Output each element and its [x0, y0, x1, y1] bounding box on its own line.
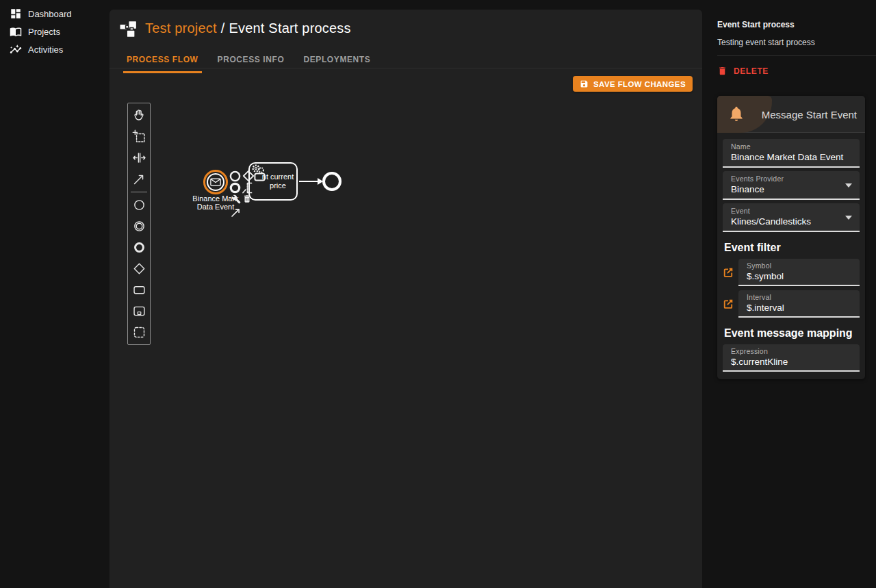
- symbol-field[interactable]: Symbol $.symbol: [738, 259, 860, 286]
- event-select[interactable]: Event Klines/Candlesticks: [723, 203, 860, 232]
- context-pad-connect-arrow[interactable]: [230, 206, 242, 218]
- task-icon: [132, 283, 146, 297]
- events-provider-label: Events Provider: [731, 175, 851, 183]
- expression-field-value: $.currentKline: [731, 357, 851, 367]
- breadcrumb-separator: /: [221, 21, 225, 36]
- chevron-down-icon: [845, 183, 852, 188]
- palette-global-connect-tool[interactable]: [128, 168, 150, 190]
- name-field-label: Name: [731, 142, 851, 151]
- end-event-icon: [132, 240, 146, 255]
- trash-icon: [717, 66, 727, 76]
- sidebar-item-dashboard[interactable]: Dashboard: [0, 5, 110, 23]
- context-pad-append-text-annotation[interactable]: [242, 181, 253, 194]
- interval-field-label: Interval: [747, 293, 851, 301]
- edit-expression-icon[interactable]: [723, 298, 734, 309]
- events-provider-select[interactable]: Events Provider Binance: [723, 171, 860, 200]
- sidebar: Dashboard Projects Activities: [0, 0, 110, 588]
- dashboard-icon: [10, 8, 22, 20]
- tab-bar: PROCESS FLOW PROCESS INFO DEPLOYMENTS: [123, 51, 374, 73]
- tab-deployments[interactable]: DEPLOYMENTS: [300, 51, 374, 73]
- properties-card-body: Name Binance Market Data Event Events Pr…: [717, 133, 865, 379]
- name-field[interactable]: Name Binance Market Data Event: [723, 139, 860, 168]
- sidebar-item-activities[interactable]: Activities: [0, 40, 110, 58]
- palette-create-intermediate-event[interactable]: [128, 216, 150, 237]
- palette-hand-tool[interactable]: [128, 105, 150, 126]
- context-pad-append-task[interactable]: [254, 172, 266, 181]
- app-root: Dashboard Projects Activities: [0, 0, 876, 588]
- projects-book-icon: [10, 25, 22, 38]
- start-event-ring: [207, 173, 224, 191]
- lasso-icon: [132, 129, 146, 144]
- palette-create-gateway[interactable]: [128, 258, 150, 279]
- bell-icon: [727, 105, 745, 123]
- process-logo-icon: [119, 19, 138, 38]
- event-filter-heading: Event filter: [724, 242, 860, 254]
- symbol-row: Symbol $.symbol: [723, 259, 860, 286]
- group-icon: [132, 325, 146, 340]
- activities-insights-icon: [10, 43, 22, 55]
- expression-field[interactable]: Expression $.currentKline: [723, 344, 860, 372]
- delete-button[interactable]: DELETE: [713, 62, 773, 80]
- start-event-shape[interactable]: [203, 170, 228, 194]
- symbol-field-value: $.symbol: [747, 271, 851, 281]
- hand-icon: [132, 108, 146, 123]
- connect-arrow-icon: [132, 172, 146, 186]
- gateway-icon: [132, 261, 146, 276]
- subprocess-icon: [132, 304, 146, 318]
- intermediate-event-icon: [132, 219, 146, 233]
- page-title: Test project/Event Start process: [145, 21, 351, 36]
- breadcrumb-current-page: Event Start process: [229, 21, 350, 36]
- palette-create-start-event[interactable]: [128, 194, 150, 216]
- context-pad-append-end-event[interactable]: [229, 182, 241, 194]
- sequence-flow-line[interactable]: [299, 181, 318, 182]
- sidebar-item-label: Activities: [28, 44, 63, 55]
- tab-process-info[interactable]: PROCESS INFO: [214, 51, 288, 73]
- delete-button-label: DELETE: [734, 66, 769, 76]
- start-event-icon: [132, 198, 146, 212]
- main-panel: Test project/Event Start process PROCESS…: [110, 10, 702, 588]
- palette-lasso-tool[interactable]: [128, 126, 150, 147]
- palette-create-task[interactable]: [128, 279, 150, 301]
- message-envelope-icon: [210, 178, 221, 186]
- event-select-label: Event: [731, 207, 851, 215]
- task-label: nt current price: [262, 172, 294, 190]
- edit-expression-icon[interactable]: [723, 267, 734, 278]
- palette-create-subprocess[interactable]: [128, 301, 150, 322]
- palette-separator: [131, 192, 147, 192]
- palette-create-group[interactable]: [128, 322, 150, 343]
- details-panel: Event Start process Testing event start …: [702, 0, 876, 588]
- expression-field-label: Expression: [731, 347, 851, 355]
- name-field-value: Binance Market Data Event: [731, 152, 851, 162]
- sidebar-item-projects[interactable]: Projects: [0, 23, 110, 40]
- breadcrumb: Test project/Event Start process: [119, 19, 351, 38]
- tab-process-flow[interactable]: PROCESS FLOW: [123, 51, 202, 73]
- header-divider: [110, 68, 702, 68]
- floppy-save-icon: [580, 79, 589, 88]
- context-pad-change-type-wrench[interactable]: [231, 194, 241, 204]
- bpmn-palette: [127, 103, 151, 345]
- palette-space-tool[interactable]: [128, 147, 150, 168]
- event-message-mapping-heading: Event message mapping: [724, 327, 860, 340]
- space-tool-icon: [132, 151, 146, 165]
- end-event-shape[interactable]: [322, 172, 342, 191]
- palette-create-end-event[interactable]: [128, 237, 150, 258]
- process-title: Event Start process: [717, 20, 795, 29]
- sidebar-item-label: Dashboard: [28, 9, 72, 19]
- symbol-field-label: Symbol: [747, 261, 851, 270]
- properties-card: Message Start Event Name Binance Market …: [717, 96, 865, 379]
- events-provider-value: Binance: [731, 184, 851, 194]
- context-pad-delete-trash[interactable]: [242, 194, 252, 204]
- process-subtitle: Testing event start process: [717, 38, 815, 47]
- interval-row: Interval $.interval: [723, 290, 860, 318]
- sidebar-item-label: Projects: [28, 27, 60, 37]
- breadcrumb-project-link[interactable]: Test project: [145, 21, 217, 36]
- save-flow-changes-button[interactable]: SAVE FLOW CHANGES: [573, 76, 693, 92]
- context-pad-append-gateway[interactable]: [242, 170, 255, 182]
- context-pad-append-intermediate-event[interactable]: [229, 170, 241, 182]
- interval-field-value: $.interval: [747, 303, 851, 313]
- chevron-down-icon: [845, 216, 852, 220]
- panel-divider: [717, 55, 876, 56]
- properties-card-header: Message Start Event: [717, 96, 865, 133]
- interval-field[interactable]: Interval $.interval: [738, 290, 860, 318]
- event-select-value: Klines/Candlesticks: [731, 216, 851, 227]
